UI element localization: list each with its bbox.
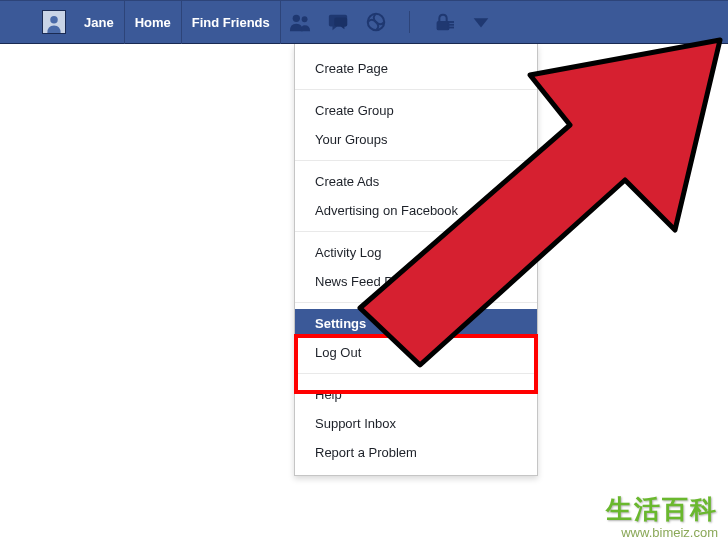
notifications-icon[interactable] — [365, 11, 387, 33]
watermark-text-url: www.bimeiz.com — [606, 525, 718, 540]
account-dropdown: Create PageCreate GroupYour GroupsCreate… — [294, 44, 538, 476]
topbar-divider — [409, 11, 410, 33]
dropdown-item-create-group[interactable]: Create Group — [295, 96, 537, 125]
svg-point-0 — [50, 16, 58, 24]
nav-home[interactable]: Home — [125, 0, 182, 44]
dropdown-item-help[interactable]: Help — [295, 380, 537, 409]
dropdown-separator — [295, 373, 537, 374]
svg-rect-5 — [447, 24, 453, 26]
person-icon — [44, 13, 64, 33]
dropdown-item-settings[interactable]: Settings — [295, 309, 537, 338]
dropdown-separator — [295, 89, 537, 90]
svg-rect-7 — [447, 21, 453, 23]
svg-point-2 — [301, 16, 307, 22]
menu-dropdown-trigger[interactable] — [470, 11, 492, 33]
dropdown-item-advertising-on-fb[interactable]: Advertising on Facebook — [295, 196, 537, 225]
topbar-icon-group — [289, 11, 492, 33]
dropdown-item-report-problem[interactable]: Report a Problem — [295, 438, 537, 467]
watermark-text-cn: 生活百科 — [606, 492, 718, 527]
dropdown-item-news-feed-prefs[interactable]: News Feed Preferences — [295, 267, 537, 296]
dropdown-item-your-groups[interactable]: Your Groups — [295, 125, 537, 154]
dropdown-separator — [295, 231, 537, 232]
svg-rect-6 — [447, 27, 453, 29]
nav-user-name[interactable]: Jane — [74, 0, 125, 44]
profile-avatar[interactable] — [42, 10, 66, 34]
friend-requests-icon[interactable] — [289, 11, 311, 33]
nav-find-friends[interactable]: Find Friends — [182, 0, 281, 44]
dropdown-item-create-ads[interactable]: Create Ads — [295, 167, 537, 196]
dropdown-item-support-inbox[interactable]: Support Inbox — [295, 409, 537, 438]
topbar: Jane Home Find Friends — [0, 0, 728, 44]
watermark: 生活百科 www.bimeiz.com — [606, 492, 718, 540]
svg-point-1 — [292, 15, 299, 22]
dropdown-item-create-page[interactable]: Create Page — [295, 54, 537, 83]
messages-icon[interactable] — [327, 11, 349, 33]
dropdown-separator — [295, 302, 537, 303]
dropdown-item-log-out[interactable]: Log Out — [295, 338, 537, 367]
privacy-shortcuts-icon[interactable] — [432, 11, 454, 33]
dropdown-item-activity-log[interactable]: Activity Log — [295, 238, 537, 267]
svg-rect-4 — [436, 21, 449, 30]
dropdown-separator — [295, 160, 537, 161]
